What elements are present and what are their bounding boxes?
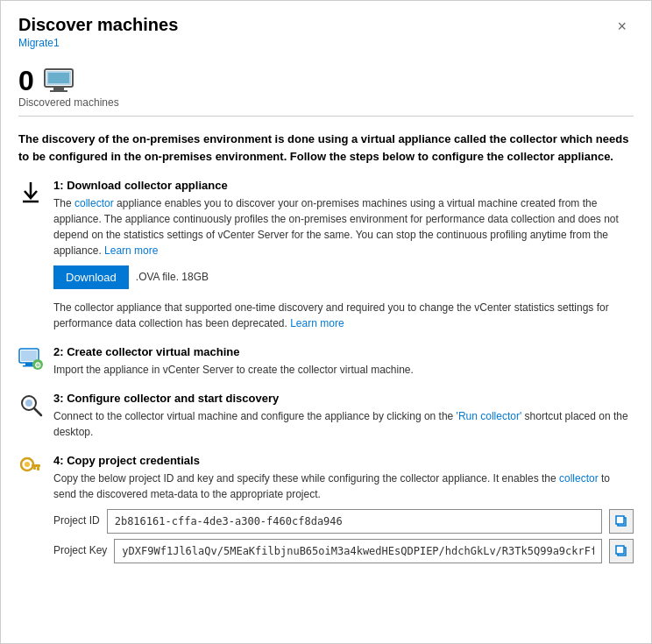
dialog-header: Discover machines Migrate1 × [1,1,651,56]
svg-rect-2 [50,90,67,92]
step-4: 4: Copy project credentials Copy the bel… [18,454,634,563]
collector-link-1[interactable]: collector [74,197,114,209]
svg-rect-4 [48,73,69,83]
svg-rect-18 [32,464,40,467]
step-1-desc-text: The collector appliance enables you to d… [53,197,619,257]
learn-more-link-2[interactable]: Learn more [290,317,344,329]
step-2: ⚙ 2: Create collector virtual machine Im… [18,345,634,378]
collector-link-2[interactable]: collector [559,472,599,485]
project-id-input[interactable] [107,509,602,534]
svg-rect-24 [616,546,624,554]
step-4-icon [18,456,43,480]
ova-text: .OVA file. 18GB [136,271,209,283]
deprecated-text: The collector appliance that supported o… [53,300,634,331]
configure-icon [18,393,43,418]
svg-rect-20 [33,467,36,470]
step-3-content: 3: Configure collector and start discove… [53,392,634,440]
step-2-desc: Import the appliance in vCenter Server t… [53,362,634,378]
step-4-desc: Copy the below project ID and key and sp… [53,471,634,502]
monitor-icon [43,67,74,94]
project-key-label: Project Key [53,544,107,558]
download-button[interactable]: Download [53,265,129,289]
svg-rect-8 [21,350,37,361]
intro-text: The discovery of the on-premises environ… [18,131,634,165]
key-icon [20,456,41,480]
step-3-desc: Connect to the collector virtual machine… [53,408,634,440]
project-id-label: Project ID [53,514,100,528]
step-3-text: Connect to the collector virtual machine… [53,410,628,438]
dialog-subtitle: Migrate1 [18,37,178,49]
svg-rect-9 [25,363,32,365]
step-4-text: Copy the below project ID and key and sp… [53,472,610,500]
download-info: Download .OVA file. 18GB [53,258,634,294]
svg-rect-1 [53,87,64,90]
credentials-section: Project ID Project Key [53,509,634,563]
stat-label: Discovered machines [18,96,119,109]
step-1-desc: The collector appliance enables you to d… [53,195,634,258]
virtual-machine-icon: ⚙ [18,347,43,372]
step-2-title: 2: Create collector virtual machine [53,345,634,358]
download-arrow-icon [21,180,40,203]
step-1-content: 1: Download collector appliance The coll… [53,179,634,331]
step-1: 1: Download collector appliance The coll… [18,179,634,331]
copy-icon-2 [615,545,627,557]
discover-machines-dialog: Discover machines Migrate1 × 0 Discovere… [0,0,652,644]
svg-rect-22 [616,516,624,524]
project-key-row: Project Key [53,539,634,563]
stats-section: 0 Discovered machines [1,56,651,116]
discovered-count: 0 [18,67,34,95]
svg-point-17 [25,462,30,467]
dialog-title-block: Discover machines Migrate1 [18,15,178,49]
svg-point-14 [25,400,32,407]
step-1-icon [18,180,43,203]
project-key-input[interactable] [114,539,602,563]
copy-project-id-button[interactable] [609,509,634,534]
step-2-content: 2: Create collector virtual machine Impo… [53,345,634,378]
svg-rect-19 [37,467,39,471]
svg-text:⚙: ⚙ [34,361,41,370]
dialog-title: Discover machines [18,15,178,35]
step-3-icon [18,393,43,418]
step-4-title: 4: Copy project credentials [53,454,634,467]
svg-line-15 [34,408,41,415]
step-3: 3: Configure collector and start discove… [18,392,634,440]
content-area: The discovery of the on-premises environ… [1,117,651,643]
close-button[interactable]: × [610,15,634,38]
step-3-title: 3: Configure collector and start discove… [53,392,634,405]
copy-icon [615,515,627,527]
step-2-icon: ⚙ [18,347,43,372]
project-id-row: Project ID [53,509,634,534]
step-4-content: 4: Copy project credentials Copy the bel… [53,454,634,563]
learn-more-link-1[interactable]: Learn more [104,244,158,257]
run-collector-link[interactable]: 'Run collector' [457,410,522,422]
copy-project-key-button[interactable] [609,539,634,563]
step-1-title: 1: Download collector appliance [53,179,634,192]
